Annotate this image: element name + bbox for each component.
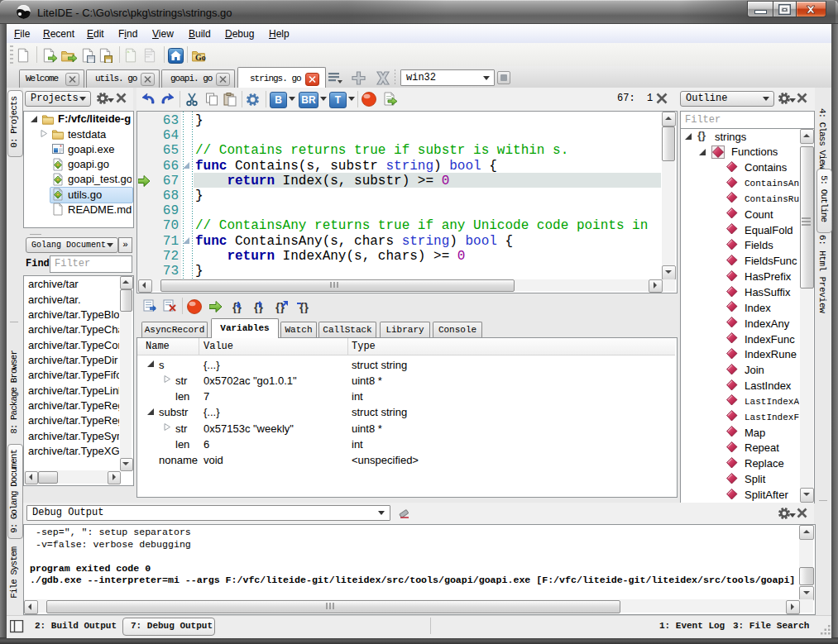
svg-text:{}: {} xyxy=(275,301,285,313)
svg-text:{}: {} xyxy=(232,301,242,313)
